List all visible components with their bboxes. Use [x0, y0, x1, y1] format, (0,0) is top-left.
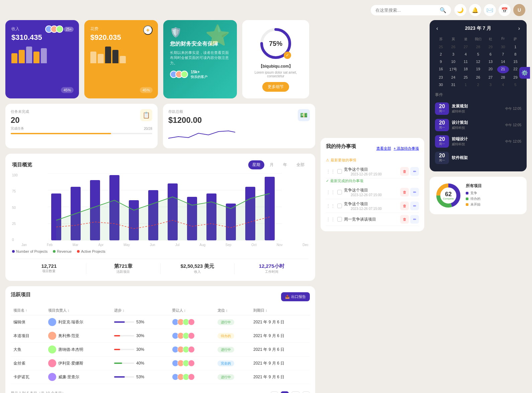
- cal-day-30[interactable]: 30: [497, 44, 509, 50]
- cell-due: 2021 年 9 月 6 日: [251, 315, 310, 329]
- cal-day-12[interactable]: 12: [472, 58, 484, 65]
- more-details-button[interactable]: 更多细节: [262, 82, 289, 92]
- todo-delete-1[interactable]: 🗑: [400, 188, 409, 196]
- cal-day-27b[interactable]: 27: [485, 74, 497, 81]
- cal-day-16[interactable]: 16: [435, 66, 447, 73]
- cal-day-29[interactable]: 29: [485, 44, 497, 50]
- add-expense-button[interactable]: +: [143, 25, 153, 35]
- cal-day-5b[interactable]: 5: [510, 81, 521, 88]
- todo-delete-2[interactable]: 🗑: [400, 202, 409, 210]
- cal-day-27[interactable]: 27: [460, 44, 471, 50]
- banner-card: ⭐ 🛡️ 您的财务安全有保障 长期以来的事实是，读者在查看页面布局时会被页面的可…: [163, 20, 237, 98]
- cal-day-26b[interactable]: 26: [472, 74, 484, 81]
- cal-day-8[interactable]: 8: [510, 51, 521, 58]
- task-progress: 20/28: [144, 127, 152, 131]
- cal-day-4b[interactable]: 4: [497, 81, 509, 88]
- cal-day-10[interactable]: 10: [447, 58, 459, 65]
- task-label: 任务未完成: [11, 109, 29, 114]
- calendar-icon-btn[interactable]: 📅: [499, 4, 511, 16]
- cal-day-14[interactable]: 14: [497, 58, 509, 65]
- cal-day-25b[interactable]: 25: [460, 74, 471, 81]
- cal-day-20[interactable]: 20: [485, 66, 497, 73]
- add-todo-link[interactable]: + 添加待办事项: [394, 146, 419, 151]
- mail-icon-btn[interactable]: ✉️: [484, 4, 496, 16]
- todo-edit-1[interactable]: ✏: [410, 188, 419, 196]
- cal-day-18[interactable]: 18: [460, 66, 471, 73]
- todo-check-1[interactable]: [337, 190, 342, 194]
- cal-day-28b[interactable]: 28: [497, 74, 509, 81]
- drag-handle-3[interactable]: ⋮⋮: [326, 217, 335, 222]
- todo-item-1: ⋮⋮ 竞争这个项目 2023-12-26 07:15:00 🗑 ✏: [326, 185, 419, 199]
- tab-all[interactable]: 全部: [292, 160, 308, 169]
- cal-next-btn[interactable]: ›: [517, 25, 521, 31]
- cal-day-9[interactable]: 9: [435, 58, 447, 65]
- drag-handle-2[interactable]: ⋮⋮: [326, 203, 335, 209]
- cal-day-31[interactable]: 31: [447, 81, 459, 88]
- cell-status: 进行中: [215, 315, 251, 329]
- projects-table: 项目名 ↑ 项目负责人 ↕ 进步 ↕ 受让人 ↕ 龙位 ↕ 到期日 ↕ 编辑侠 …: [11, 306, 310, 384]
- calendar-gear-btn[interactable]: ⚙️: [519, 67, 530, 79]
- cal-day-2b[interactable]: 2: [472, 81, 484, 88]
- cal-day-23[interactable]: 23: [435, 74, 447, 81]
- cal-day-25[interactable]: 25: [435, 44, 447, 50]
- next-page-btn[interactable]: ›: [302, 391, 310, 393]
- cal-day-5[interactable]: 5: [472, 51, 484, 58]
- tab-month[interactable]: 月: [266, 160, 278, 169]
- search-input[interactable]: [375, 8, 437, 13]
- prev-page-btn[interactable]: ‹: [271, 391, 278, 393]
- cal-prev-btn[interactable]: ‹: [435, 25, 439, 31]
- page-2-btn[interactable]: 2: [291, 391, 300, 393]
- todo-delete-0[interactable]: 🗑: [400, 167, 409, 176]
- tab-week[interactable]: 星期: [248, 160, 264, 169]
- cal-day-13[interactable]: 13: [485, 58, 497, 65]
- search-box[interactable]: 🔍: [371, 5, 451, 15]
- cal-day-24[interactable]: 24: [447, 74, 459, 81]
- cal-day-17[interactable]: 17号: [447, 66, 459, 73]
- cal-day-11[interactable]: 11: [460, 58, 471, 65]
- drag-handle-0[interactable]: ⋮⋮: [326, 169, 335, 174]
- todo-delete-3[interactable]: 🗑: [400, 215, 409, 224]
- cal-day-26[interactable]: 26: [447, 44, 459, 50]
- tab-year[interactable]: 年: [279, 160, 291, 169]
- todo-edit-2[interactable]: ✏: [410, 202, 419, 210]
- status-badge: 进行中: [217, 374, 234, 380]
- todo-edit-0[interactable]: ✏: [410, 167, 419, 176]
- event-item: 20 周一 前端设计 威特科技 中午 12:05: [435, 133, 521, 150]
- cal-day-6[interactable]: 6: [485, 51, 497, 58]
- project-chart: [21, 173, 308, 240]
- page-1-btn[interactable]: 1: [281, 391, 289, 393]
- bell-icon-btn[interactable]: 🔔: [469, 4, 481, 16]
- cal-day-3b[interactable]: 3: [485, 81, 497, 88]
- user-avatar-btn[interactable]: U: [513, 4, 525, 16]
- bar-3: [26, 47, 32, 63]
- cal-day-1[interactable]: 1: [510, 44, 521, 50]
- chart-wrapper: 100 75 50 25 0: [12, 173, 308, 242]
- circle-site-name: 【biqubiqu.com】: [259, 64, 293, 69]
- status-badge: 进行中: [217, 319, 234, 325]
- cal-day-21-today[interactable]: 21: [497, 66, 509, 73]
- export-button[interactable]: 📤 出口报告: [281, 292, 310, 301]
- progress-mini: [114, 335, 134, 336]
- cal-day-1b[interactable]: 1: [460, 81, 471, 88]
- exp-bar-5: [120, 56, 126, 63]
- moon-icon-btn[interactable]: 🌙: [454, 4, 466, 16]
- cal-day-30b[interactable]: 30: [435, 81, 447, 88]
- todo-check-2[interactable]: [337, 204, 342, 208]
- todo-check-3[interactable]: [337, 217, 342, 222]
- cal-day-19[interactable]: 19: [472, 66, 484, 73]
- cell-due: 2021 年 9 月 6 日: [251, 343, 310, 357]
- project-overview-card: 项目概览 星期 月 年 全部 100 75 50 25 0: [5, 154, 315, 281]
- cal-day-15[interactable]: 15: [510, 58, 521, 65]
- todo-check-0[interactable]: [337, 169, 342, 174]
- manager-cell: 奥利弗·范亚: [48, 332, 109, 340]
- donut-card: 62 Compete 所有项目 竞争 待办的 未开始: [430, 177, 527, 214]
- view-all-todo-link[interactable]: 查看全部: [376, 146, 391, 151]
- event-info: 发展规划 威特科技: [452, 103, 503, 114]
- cal-day-28[interactable]: 28: [472, 44, 484, 50]
- cal-day-4[interactable]: 4: [460, 51, 471, 58]
- cal-day-2[interactable]: 2: [435, 51, 447, 58]
- drag-handle-1[interactable]: ⋮⋮: [326, 189, 335, 195]
- cal-day-3[interactable]: 3: [447, 51, 459, 58]
- cal-day-7[interactable]: 7: [497, 51, 509, 58]
- todo-edit-3[interactable]: ✏: [410, 215, 419, 224]
